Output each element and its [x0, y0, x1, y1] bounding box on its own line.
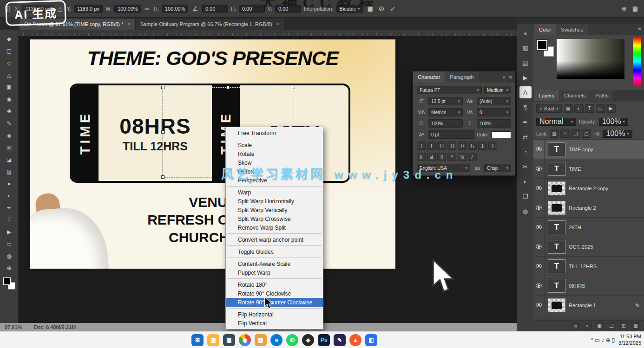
context-menu-item[interactable]: Puppet Warp: [226, 268, 323, 277]
opentype-button[interactable]: ⁄: [468, 153, 477, 161]
baseline-shift-field[interactable]: 0 pt: [428, 130, 474, 139]
warp-mode-icon[interactable]: ▦: [366, 5, 375, 12]
zoom-tool[interactable]: ⊕: [3, 263, 15, 273]
file-explorer-icon[interactable]: ▥: [207, 334, 219, 346]
context-menu-item[interactable]: Warp: [226, 188, 323, 197]
brave-icon[interactable]: ▲: [349, 334, 361, 346]
swap-panel-icon[interactable]: ⇄: [519, 131, 532, 143]
kind-filter-select[interactable]: ⌕ Kind ▾: [536, 104, 562, 113]
tray-icon[interactable]: ▭: [595, 337, 600, 343]
visibility-eye-icon[interactable]: [533, 296, 545, 315]
gradient-tool[interactable]: ▨: [3, 166, 15, 177]
layer-row[interactable]: T 08HRS: [533, 276, 644, 296]
layer-thumbnail[interactable]: T: [548, 279, 565, 293]
search-icon[interactable]: ⊕: [620, 5, 628, 12]
crop-tool[interactable]: ▣: [3, 82, 15, 92]
opentype-button[interactable]: ª: [447, 153, 456, 161]
layer-row[interactable]: Rectangle 1 fx: [533, 296, 644, 315]
foreground-background-swatches[interactable]: [3, 277, 15, 290]
panel-menu-icon[interactable]: ≡: [509, 74, 512, 80]
foreground-color-swatch[interactable]: [537, 40, 547, 50]
font-style-select[interactable]: Medium▾: [484, 86, 511, 94]
whatsapp-icon[interactable]: ✆: [286, 334, 298, 346]
paint-app-icon[interactable]: ◧: [365, 334, 377, 346]
context-menu-item[interactable]: [227, 278, 322, 279]
context-menu-item[interactable]: [227, 258, 322, 258]
context-menu-item[interactable]: [227, 233, 322, 234]
angle-value-field[interactable]: 0.00: [202, 5, 228, 13]
text-format-button[interactable]: T: [417, 142, 426, 150]
quick-selection-tool[interactable]: △: [3, 70, 15, 80]
info-panel-icon[interactable]: ◍: [519, 205, 532, 217]
layer-row[interactable]: Rectangle 2 copy: [533, 179, 644, 198]
panel-menu-icon[interactable]: ≡: [638, 26, 644, 33]
context-menu-item[interactable]: Content-Aware Scale: [226, 259, 323, 268]
layer-row[interactable]: T TIME copy: [533, 140, 644, 159]
w-value-field[interactable]: 100.00%: [114, 5, 141, 13]
folder-icon[interactable]: ▤: [255, 334, 267, 346]
visibility-eye-icon[interactable]: [533, 179, 545, 198]
visibility-eye-icon[interactable]: [533, 140, 545, 159]
tab-channels[interactable]: Channels: [559, 90, 590, 101]
maintain-aspect-link-icon[interactable]: ∞: [144, 5, 151, 12]
blur-tool[interactable]: ●: [3, 178, 15, 189]
layers-bottom-icon[interactable]: ◐: [583, 322, 592, 330]
context-menu-item[interactable]: Rotate 90° Counter Clockwise: [226, 298, 323, 307]
visibility-eye-icon[interactable]: [533, 276, 545, 295]
chrome-icon[interactable]: ◉: [239, 334, 251, 346]
tab-color[interactable]: Color: [534, 24, 556, 35]
visibility-eye-icon[interactable]: [533, 198, 545, 217]
interpolation-select[interactable]: Bicubic ▾: [336, 5, 363, 13]
y-value-field[interactable]: 1183.0 px: [74, 5, 103, 13]
layer-thumbnail[interactable]: [548, 201, 565, 215]
pen-app-icon[interactable]: ✎: [334, 334, 346, 346]
pen-tool[interactable]: ✒: [3, 202, 15, 213]
opentype-button[interactable]: fi: [417, 153, 426, 161]
text-format-button[interactable]: T̶: [488, 142, 497, 150]
libraries-panel-icon[interactable]: ▤: [519, 57, 532, 69]
commit-transform-icon[interactable]: ✓: [388, 5, 397, 13]
text-color-swatch[interactable]: [492, 131, 511, 138]
brush-tool[interactable]: ✎: [3, 118, 15, 129]
github-icon[interactable]: ◈: [302, 334, 314, 346]
path-selection-tool[interactable]: ▶: [3, 226, 15, 237]
eraser-tool[interactable]: ◪: [3, 154, 15, 165]
kerning-select[interactable]: Metrics▾: [428, 108, 463, 116]
clone-stamp-tool[interactable]: ◈: [3, 130, 15, 141]
character-panel-icon[interactable]: A: [519, 86, 532, 98]
layers-bottom-icon[interactable]: ▦: [631, 322, 640, 330]
lock-icon[interactable]: ❐: [571, 129, 580, 138]
visibility-eye-icon[interactable]: [533, 257, 545, 276]
opentype-button[interactable]: st: [427, 153, 436, 161]
context-menu-item[interactable]: [227, 245, 322, 246]
tab-paths[interactable]: Paths: [591, 90, 613, 101]
hue-strip[interactable]: [633, 37, 641, 86]
context-menu-item[interactable]: Flip Vertical: [226, 319, 323, 328]
layer-thumbnail[interactable]: T: [548, 142, 565, 156]
context-menu-item[interactable]: Scale: [226, 141, 323, 149]
layer-row[interactable]: T OCT. 2025: [533, 237, 644, 257]
font-family-select[interactable]: Futura PT▾: [417, 86, 482, 94]
layer-thumbnail[interactable]: T: [548, 240, 565, 254]
collapse-panels-icon[interactable]: «: [519, 27, 532, 39]
context-menu-item[interactable]: Split Warp Crosswise: [226, 214, 323, 223]
context-menu-item[interactable]: Remove Warp Split: [226, 223, 323, 232]
tracking-select[interactable]: 0▾: [477, 108, 511, 116]
context-menu-item[interactable]: Rotate: [226, 149, 323, 158]
h-skew-field[interactable]: 0.00: [239, 5, 265, 13]
glyphs-panel-icon[interactable]: ✒: [519, 116, 532, 128]
layer-row[interactable]: T TIME: [533, 159, 644, 179]
healing-brush-tool[interactable]: ✚: [3, 106, 15, 116]
tray-icon[interactable]: ▯: [611, 337, 615, 343]
navigator-panel-icon[interactable]: ▧: [519, 42, 532, 54]
marquee-tool[interactable]: ▢: [3, 45, 15, 56]
filter-icon[interactable]: ▦: [564, 104, 573, 113]
context-menu-item[interactable]: Split Warp Vertically: [226, 206, 323, 214]
lock-icon[interactable]: ▨: [550, 129, 559, 138]
start-icon[interactable]: ⊞: [191, 334, 204, 346]
fill-select[interactable]: 100% ▾: [603, 130, 632, 138]
context-menu-item[interactable]: Free Transform: [226, 129, 323, 137]
close-icon[interactable]: ✕: [127, 22, 131, 26]
filter-icon[interactable]: ▭: [596, 104, 605, 113]
blend-mode-select[interactable]: Normal ▾: [536, 118, 576, 126]
